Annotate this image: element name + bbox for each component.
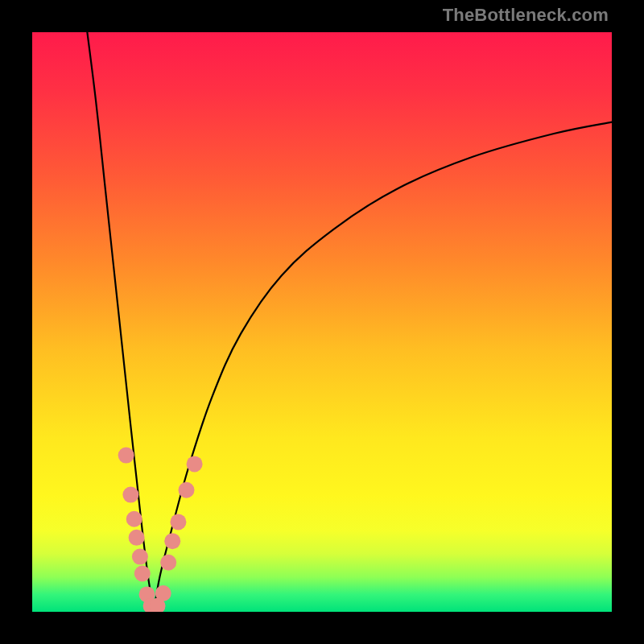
sample-markers xyxy=(118,448,203,612)
left-branch-curve xyxy=(87,32,154,612)
sample-point xyxy=(118,448,134,464)
sample-point xyxy=(187,456,203,472)
sample-point xyxy=(160,555,176,571)
sample-point xyxy=(129,530,145,546)
chart-frame: TheBottleneck.com xyxy=(0,0,644,644)
sample-point xyxy=(126,511,142,527)
sample-point xyxy=(179,482,195,498)
sample-point xyxy=(170,514,186,530)
sample-point xyxy=(132,549,148,565)
right-branch-curve xyxy=(154,122,612,612)
watermark-text: TheBottleneck.com xyxy=(443,5,609,26)
sample-point xyxy=(164,533,180,549)
sample-point xyxy=(134,565,151,581)
sample-point xyxy=(155,585,171,601)
sample-point xyxy=(122,487,138,503)
curve-layer xyxy=(32,32,612,612)
plot-area xyxy=(32,32,612,612)
